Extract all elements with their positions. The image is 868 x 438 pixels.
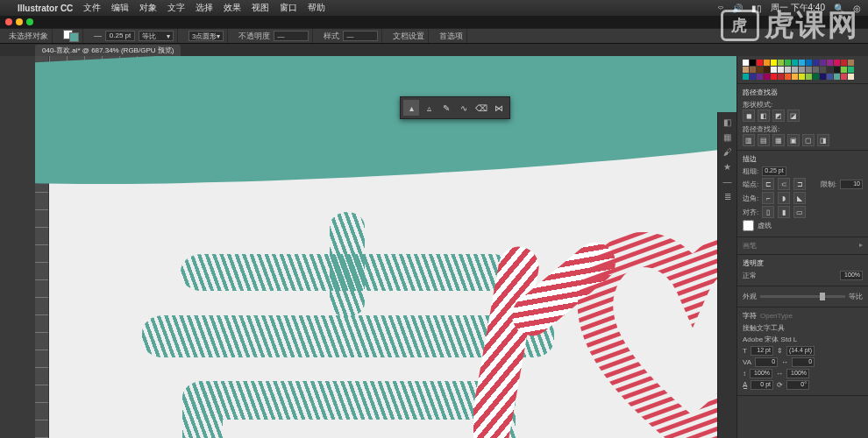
swatch[interactable]: [764, 74, 770, 80]
float-join[interactable]: ⋈: [491, 100, 507, 116]
touch-type-label[interactable]: 接触文字工具: [743, 323, 785, 333]
crop-button[interactable]: ▣: [787, 134, 800, 146]
swatch[interactable]: [841, 60, 847, 66]
swatch[interactable]: [813, 74, 819, 80]
menu-view[interactable]: 视图: [252, 2, 269, 14]
clock[interactable]: 周一 下午4:40: [771, 2, 825, 14]
contextual-tool-strip[interactable]: ▴▵✎∿⌫⋈: [400, 96, 510, 119]
swatch[interactable]: [827, 67, 833, 73]
kerning-field[interactable]: 0: [755, 357, 778, 367]
intersect-button[interactable]: ◩: [772, 110, 785, 122]
swatch[interactable]: [778, 74, 784, 80]
app-name[interactable]: Illustrator CC: [18, 4, 73, 13]
float-pencil[interactable]: ✎: [438, 100, 454, 116]
menu-file[interactable]: 文件: [83, 2, 101, 14]
artboard[interactable]: ▴▵✎∿⌫⋈: [49, 70, 736, 438]
swatch[interactable]: [841, 74, 847, 80]
swatch[interactable]: [827, 60, 833, 66]
brush-profile[interactable]: 3点圆形▾: [189, 31, 224, 41]
swatch[interactable]: [778, 67, 784, 73]
float-smooth[interactable]: ∿: [456, 100, 472, 116]
swatch[interactable]: [771, 60, 777, 66]
close-window[interactable]: [5, 18, 12, 25]
appearance-slider[interactable]: [760, 295, 845, 298]
vscale-field[interactable]: 100%: [750, 369, 772, 378]
outline-button[interactable]: ▢: [802, 134, 815, 146]
font-family-select[interactable]: Adobe 宋体 Std L: [743, 335, 863, 344]
battery-icon[interactable]: ▮▯: [751, 4, 762, 13]
opacity-field[interactable]: 100%: [840, 271, 863, 280]
stroke-weight-field[interactable]: 0.25 pt: [105, 31, 135, 41]
tracking-field[interactable]: 0: [792, 357, 815, 367]
zoom-window[interactable]: [26, 18, 33, 25]
brushes-title[interactable]: 画笔: [743, 241, 757, 251]
menu-edit[interactable]: 编辑: [111, 2, 129, 14]
minimize-window[interactable]: [16, 18, 23, 25]
swatch[interactable]: [813, 60, 819, 66]
swatches-grid[interactable]: [743, 60, 863, 80]
swatch[interactable]: [764, 60, 770, 66]
float-path-eraser[interactable]: ⌫: [473, 100, 489, 116]
swatch[interactable]: [750, 60, 756, 66]
dash-checkbox[interactable]: [743, 220, 754, 231]
font-size-field[interactable]: 12 pt: [751, 346, 773, 356]
limit-field[interactable]: 10: [840, 180, 863, 189]
menu-effect[interactable]: 效果: [224, 2, 241, 14]
join-bevel[interactable]: ◣: [793, 192, 806, 204]
opacity-select[interactable]: —: [274, 31, 309, 41]
prefs-button[interactable]: 首选项: [439, 31, 463, 42]
swatch[interactable]: [806, 67, 812, 73]
swatch[interactable]: [834, 67, 840, 73]
align-center[interactable]: ▯: [762, 206, 774, 218]
swatch[interactable]: [764, 67, 770, 73]
float-direct[interactable]: ▵: [421, 100, 437, 116]
menu-select[interactable]: 选择: [196, 2, 213, 14]
swatch[interactable]: [785, 67, 791, 73]
join-miter[interactable]: ⌐: [762, 192, 774, 204]
swatch[interactable]: [820, 67, 826, 73]
stroke-ratio[interactable]: 等比▾: [139, 31, 174, 41]
menu-object[interactable]: 对象: [139, 2, 157, 14]
join-round[interactable]: ◗: [778, 192, 790, 204]
swatch[interactable]: [771, 67, 777, 73]
opentype-tab[interactable]: OpenType: [760, 312, 793, 320]
search-icon[interactable]: 🔍: [834, 4, 844, 13]
minus-front-button[interactable]: ◧: [758, 110, 770, 122]
blend-mode-select[interactable]: 正常: [743, 271, 836, 280]
stroke-panel-icon[interactable]: —: [723, 177, 732, 187]
layers-panel-icon[interactable]: ≣: [724, 192, 731, 201]
swatch[interactable]: [806, 74, 812, 80]
swatch[interactable]: [813, 67, 819, 73]
exclude-button[interactable]: ◪: [787, 110, 800, 122]
weight-field[interactable]: 0.25 pt: [762, 166, 786, 176]
swatch[interactable]: [757, 74, 763, 80]
swatch[interactable]: [848, 74, 854, 80]
swatch[interactable]: [792, 67, 798, 73]
swatch[interactable]: [743, 67, 749, 73]
brushes-panel-icon[interactable]: 🖌: [723, 147, 732, 157]
swatch[interactable]: [771, 74, 777, 80]
swatch[interactable]: [792, 74, 798, 80]
align-inside[interactable]: ▮: [778, 206, 790, 218]
swatch[interactable]: [834, 74, 840, 80]
rotation-field[interactable]: 0°: [786, 380, 809, 390]
divide-button[interactable]: ▥: [743, 134, 755, 146]
char-tab[interactable]: 字符: [743, 311, 757, 321]
menu-window[interactable]: 窗口: [280, 2, 297, 14]
cap-projecting[interactable]: ⊐: [793, 178, 806, 190]
hscale-field[interactable]: 100%: [786, 369, 809, 378]
style-select[interactable]: —: [343, 31, 378, 41]
swatch[interactable]: [799, 60, 805, 66]
swatch[interactable]: [750, 74, 756, 80]
fill-stroke-swatches[interactable]: [63, 30, 79, 42]
cap-round[interactable]: ⊂: [778, 178, 790, 190]
cap-butt[interactable]: ⊏: [762, 178, 774, 190]
doc-setup-button[interactable]: 文档设置: [393, 31, 424, 42]
menu-type[interactable]: 文字: [167, 2, 185, 14]
swatch[interactable]: [743, 60, 749, 66]
siri-icon[interactable]: ◎: [853, 4, 861, 13]
swatch[interactable]: [820, 60, 826, 66]
baseline-field[interactable]: 0 pt: [751, 380, 773, 390]
color-panel-icon[interactable]: ◧: [723, 117, 731, 127]
swatch[interactable]: [750, 67, 756, 73]
